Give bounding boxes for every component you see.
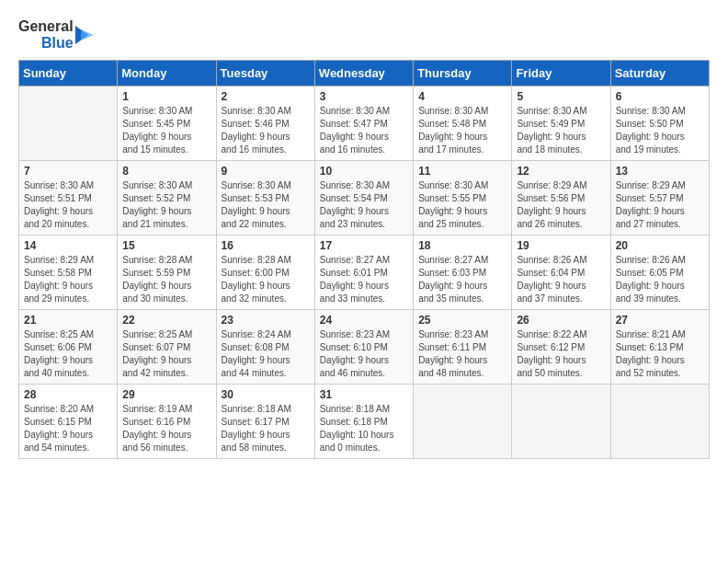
logo-general-text: General	[18, 18, 74, 35]
calendar-cell: 11Sunrise: 8:30 AM Sunset: 5:55 PM Dayli…	[414, 161, 512, 236]
day-number: 30	[222, 388, 310, 401]
calendar-header-row: SundayMondayTuesdayWednesdayThursdayFrid…	[19, 61, 710, 86]
calendar-cell: 27Sunrise: 8:21 AM Sunset: 6:13 PM Dayli…	[610, 310, 709, 385]
day-number: 24	[320, 314, 408, 327]
day-number: 18	[418, 239, 506, 252]
day-number: 5	[517, 90, 605, 103]
calendar-cell: 18Sunrise: 8:27 AM Sunset: 6:03 PM Dayli…	[414, 236, 512, 310]
calendar-cell: 21Sunrise: 8:25 AM Sunset: 6:06 PM Dayli…	[19, 310, 118, 385]
calendar-week-row: 14Sunrise: 8:29 AM Sunset: 5:58 PM Dayli…	[19, 236, 710, 310]
day-number: 28	[24, 388, 112, 401]
day-info: Sunrise: 8:30 AM Sunset: 5:54 PM Dayligh…	[320, 179, 408, 231]
calendar-cell: 22Sunrise: 8:25 AM Sunset: 6:07 PM Dayli…	[118, 310, 216, 385]
day-number: 31	[320, 388, 408, 401]
calendar-cell: 23Sunrise: 8:24 AM Sunset: 6:08 PM Dayli…	[216, 310, 314, 385]
calendar-cell: 8Sunrise: 8:30 AM Sunset: 5:52 PM Daylig…	[118, 161, 216, 236]
calendar-cell	[610, 385, 709, 459]
day-number: 2	[222, 90, 310, 103]
day-number: 8	[122, 165, 210, 178]
day-info: Sunrise: 8:18 AM Sunset: 6:18 PM Dayligh…	[320, 403, 408, 454]
day-info: Sunrise: 8:20 AM Sunset: 6:15 PM Dayligh…	[24, 403, 112, 454]
calendar-cell: 26Sunrise: 8:22 AM Sunset: 6:12 PM Dayli…	[512, 310, 610, 385]
day-info: Sunrise: 8:29 AM Sunset: 5:56 PM Dayligh…	[517, 179, 605, 231]
page-header: General Blue	[18, 18, 710, 51]
day-info: Sunrise: 8:30 AM Sunset: 5:48 PM Dayligh…	[418, 105, 506, 156]
day-info: Sunrise: 8:29 AM Sunset: 5:58 PM Dayligh…	[24, 254, 112, 305]
day-number: 6	[616, 90, 704, 103]
calendar-cell: 7Sunrise: 8:30 AM Sunset: 5:51 PM Daylig…	[19, 161, 118, 236]
day-info: Sunrise: 8:19 AM Sunset: 6:16 PM Dayligh…	[122, 403, 210, 454]
day-info: Sunrise: 8:30 AM Sunset: 5:45 PM Dayligh…	[122, 105, 210, 156]
day-info: Sunrise: 8:30 AM Sunset: 5:49 PM Dayligh…	[517, 105, 605, 156]
weekday-header: Tuesday	[216, 61, 314, 86]
day-info: Sunrise: 8:30 AM Sunset: 5:55 PM Dayligh…	[418, 179, 506, 231]
weekday-header: Friday	[512, 61, 610, 86]
day-info: Sunrise: 8:30 AM Sunset: 5:53 PM Dayligh…	[222, 179, 310, 231]
calendar-week-row: 21Sunrise: 8:25 AM Sunset: 6:06 PM Dayli…	[19, 310, 710, 385]
calendar-cell: 29Sunrise: 8:19 AM Sunset: 6:16 PM Dayli…	[118, 385, 216, 459]
day-number: 1	[122, 90, 210, 103]
calendar-cell: 10Sunrise: 8:30 AM Sunset: 5:54 PM Dayli…	[314, 161, 413, 236]
day-info: Sunrise: 8:30 AM Sunset: 5:46 PM Dayligh…	[222, 105, 310, 156]
day-number: 9	[222, 165, 310, 178]
day-number: 25	[418, 314, 506, 327]
calendar-cell: 5Sunrise: 8:30 AM Sunset: 5:49 PM Daylig…	[512, 86, 610, 161]
calendar-cell: 15Sunrise: 8:28 AM Sunset: 5:59 PM Dayli…	[118, 236, 216, 310]
calendar-cell: 16Sunrise: 8:28 AM Sunset: 6:00 PM Dayli…	[216, 236, 314, 310]
day-info: Sunrise: 8:29 AM Sunset: 5:57 PM Dayligh…	[616, 179, 704, 231]
day-info: Sunrise: 8:27 AM Sunset: 6:03 PM Dayligh…	[418, 254, 506, 305]
day-number: 12	[517, 165, 605, 178]
logo-chevron-icon	[75, 22, 94, 48]
calendar-cell: 13Sunrise: 8:29 AM Sunset: 5:57 PM Dayli…	[610, 161, 709, 236]
day-number: 4	[418, 90, 506, 103]
calendar-cell: 6Sunrise: 8:30 AM Sunset: 5:50 PM Daylig…	[610, 86, 709, 161]
weekday-header: Thursday	[414, 61, 512, 86]
calendar-cell: 17Sunrise: 8:27 AM Sunset: 6:01 PM Dayli…	[314, 236, 413, 310]
logo-blue-text: Blue	[41, 35, 74, 52]
day-info: Sunrise: 8:23 AM Sunset: 6:10 PM Dayligh…	[320, 328, 408, 380]
day-info: Sunrise: 8:25 AM Sunset: 6:07 PM Dayligh…	[122, 328, 210, 380]
calendar-week-row: 1Sunrise: 8:30 AM Sunset: 5:45 PM Daylig…	[19, 86, 710, 161]
logo: General Blue	[18, 18, 94, 51]
day-number: 20	[616, 239, 704, 252]
calendar-cell: 28Sunrise: 8:20 AM Sunset: 6:15 PM Dayli…	[19, 385, 118, 459]
day-number: 26	[517, 314, 605, 327]
weekday-header: Monday	[118, 61, 216, 86]
calendar-cell	[414, 385, 512, 459]
weekday-header: Wednesday	[314, 61, 413, 86]
calendar-cell: 9Sunrise: 8:30 AM Sunset: 5:53 PM Daylig…	[216, 161, 314, 236]
day-info: Sunrise: 8:30 AM Sunset: 5:52 PM Dayligh…	[122, 179, 210, 231]
day-number: 16	[222, 239, 310, 252]
calendar-cell: 14Sunrise: 8:29 AM Sunset: 5:58 PM Dayli…	[19, 236, 118, 310]
day-info: Sunrise: 8:26 AM Sunset: 6:04 PM Dayligh…	[517, 254, 605, 305]
calendar-cell: 31Sunrise: 8:18 AM Sunset: 6:18 PM Dayli…	[314, 385, 413, 459]
day-info: Sunrise: 8:21 AM Sunset: 6:13 PM Dayligh…	[616, 328, 704, 380]
day-number: 19	[517, 239, 605, 252]
weekday-header: Sunday	[19, 61, 118, 86]
calendar-cell: 3Sunrise: 8:30 AM Sunset: 5:47 PM Daylig…	[314, 86, 413, 161]
svg-marker-1	[81, 29, 94, 40]
day-number: 13	[616, 165, 704, 178]
calendar-cell: 30Sunrise: 8:18 AM Sunset: 6:17 PM Dayli…	[216, 385, 314, 459]
calendar-week-row: 7Sunrise: 8:30 AM Sunset: 5:51 PM Daylig…	[19, 161, 710, 236]
calendar-cell: 12Sunrise: 8:29 AM Sunset: 5:56 PM Dayli…	[512, 161, 610, 236]
day-number: 11	[418, 165, 506, 178]
day-info: Sunrise: 8:22 AM Sunset: 6:12 PM Dayligh…	[517, 328, 605, 380]
day-number: 21	[24, 314, 112, 327]
day-info: Sunrise: 8:30 AM Sunset: 5:51 PM Dayligh…	[24, 179, 112, 231]
calendar-cell: 24Sunrise: 8:23 AM Sunset: 6:10 PM Dayli…	[314, 310, 413, 385]
day-info: Sunrise: 8:25 AM Sunset: 6:06 PM Dayligh…	[24, 328, 112, 380]
calendar-week-row: 28Sunrise: 8:20 AM Sunset: 6:15 PM Dayli…	[19, 385, 710, 459]
calendar-cell: 2Sunrise: 8:30 AM Sunset: 5:46 PM Daylig…	[216, 86, 314, 161]
day-info: Sunrise: 8:26 AM Sunset: 6:05 PM Dayligh…	[616, 254, 704, 305]
calendar-body: 1Sunrise: 8:30 AM Sunset: 5:45 PM Daylig…	[19, 86, 710, 459]
day-number: 23	[222, 314, 310, 327]
calendar-cell	[19, 86, 118, 161]
calendar-cell: 4Sunrise: 8:30 AM Sunset: 5:48 PM Daylig…	[414, 86, 512, 161]
day-number: 14	[24, 239, 112, 252]
day-info: Sunrise: 8:23 AM Sunset: 6:11 PM Dayligh…	[418, 328, 506, 380]
calendar-cell: 1Sunrise: 8:30 AM Sunset: 5:45 PM Daylig…	[118, 86, 216, 161]
day-info: Sunrise: 8:30 AM Sunset: 5:47 PM Dayligh…	[320, 105, 408, 156]
day-info: Sunrise: 8:27 AM Sunset: 6:01 PM Dayligh…	[320, 254, 408, 305]
calendar-cell: 25Sunrise: 8:23 AM Sunset: 6:11 PM Dayli…	[414, 310, 512, 385]
